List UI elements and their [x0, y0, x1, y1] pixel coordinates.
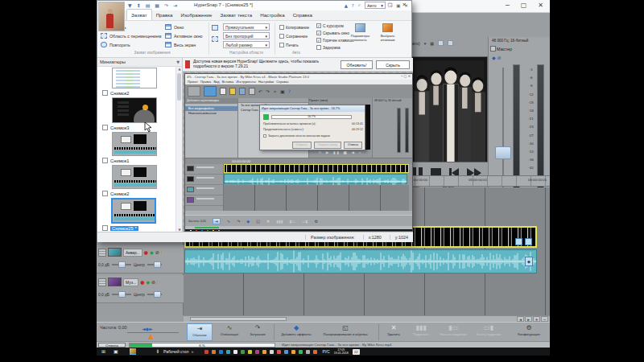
zoom-out-icon[interactable]: −	[541, 316, 548, 322]
ribbon-collapse-icon[interactable]: ▲	[345, 3, 348, 8]
track-list-icon[interactable]	[98, 278, 106, 286]
audio-event-fx-icon[interactable]: ◆	[525, 257, 533, 266]
tray-icon[interactable]	[291, 350, 295, 354]
tool-envelope-button[interactable]: ∿ Огибающая	[216, 323, 243, 341]
tool-normal-button[interactable]: ⇥ Обычное	[187, 323, 213, 341]
captured-screenshot[interactable]: 4% - Сектор Газа - За все время - By Mik…	[184, 73, 413, 232]
zoom-in-icon[interactable]: +	[533, 316, 540, 322]
tray-icon[interactable]	[270, 350, 274, 354]
tool-trim-start-button[interactable]: ▮▭ Начало подрезки	[436, 323, 470, 341]
record-arm-icon[interactable]: ●	[140, 278, 144, 286]
search-icon[interactable]: ⌕	[358, 2, 361, 8]
scroll-up-icon[interactable]: ▲	[176, 67, 183, 71]
track-fader-icon[interactable]: ◆	[146, 278, 150, 286]
save-icon[interactable]: ▼	[128, 2, 132, 9]
tool-delete-button[interactable]: ✕ Удалить	[382, 323, 406, 341]
size-select[interactable]: Любой размер▾	[223, 41, 270, 48]
tray-icon[interactable]	[233, 350, 237, 354]
check-cursor[interactable]: ✓С курсором	[316, 23, 344, 29]
tray-icon[interactable]	[284, 350, 288, 354]
doc-minimize-icon[interactable]: ─	[390, 3, 392, 8]
tab-edit[interactable]: Правка	[152, 10, 177, 20]
tray-icon[interactable]	[306, 350, 310, 354]
check-save[interactable]: Сохранение	[279, 33, 308, 39]
master-mute-icon[interactable]: ⊘	[497, 55, 502, 60]
rate-fader-icon[interactable]: ◄◆►	[142, 326, 153, 331]
tool-add-effects-button[interactable]: ◆ Добавить эффекты	[279, 323, 314, 341]
capture-fullscreen-button[interactable]: Весь экран	[174, 43, 196, 47]
send-icon[interactable]: ⇥	[173, 2, 177, 9]
copy-snapshot-icon[interactable]	[438, 40, 444, 46]
capture-active-window-button[interactable]: Активное окно	[174, 34, 203, 39]
pin-icon[interactable]: ▼	[176, 60, 180, 64]
tray-icon[interactable]	[262, 350, 266, 354]
thumb-checkbox[interactable]	[102, 125, 108, 130]
tool-trim-end-button[interactable]: ▭▮ Конец подрезки	[472, 323, 506, 341]
theme-select[interactable]: Aero▾	[365, 2, 386, 9]
capture-pan-region-button[interactable]: Область с перемещением	[109, 34, 161, 39]
thumbnail-label[interactable]: Снимок2	[102, 89, 130, 97]
thumb-checkbox[interactable]	[102, 225, 108, 231]
thumbnail-snapshot2[interactable]	[112, 68, 157, 88]
toolbar-expand-icon[interactable]: »	[191, 349, 193, 354]
scrollbar-thumb[interactable]	[190, 317, 287, 321]
tray-icon[interactable]	[204, 350, 208, 354]
tool-config-button[interactable]: ⚙ Конфигурация	[510, 323, 547, 341]
upload-icon[interactable]: ⬆	[137, 2, 141, 9]
vegas-close-button[interactable]: ✕	[538, 2, 543, 10]
event-fx-icon[interactable]	[525, 238, 532, 245]
event-pan-crop-icon[interactable]	[515, 238, 522, 245]
pan-slider[interactable]	[147, 294, 162, 295]
shape-select[interactable]: Прямоугольник▾	[223, 23, 270, 31]
capture-window-button[interactable]: Окно	[174, 25, 184, 30]
tab-capture[interactable]: Захват	[126, 9, 152, 20]
thumb-checkbox[interactable]	[102, 158, 108, 163]
mute-icon[interactable]: ⊘	[155, 249, 159, 257]
track-name[interactable]: Аквар...	[123, 249, 142, 257]
solo-icon[interactable]: !	[157, 278, 159, 286]
save-snapshot-icon[interactable]	[448, 40, 453, 46]
vegas-minimize-button[interactable]: ─	[506, 2, 510, 10]
scroll-left-icon[interactable]: ◂	[517, 316, 524, 322]
tray-icon[interactable]	[248, 350, 252, 354]
print-icon[interactable]: ▤	[146, 2, 151, 9]
toolbar-scroll-icons[interactable]: ▲▼	[157, 349, 159, 354]
notification-center-badge[interactable]: 22	[353, 349, 360, 355]
proportions-select[interactable]: Без пропорций▾	[223, 32, 270, 39]
tool-pan-crop-button[interactable]: ◱ Панорамирование и обрезка	[316, 323, 375, 341]
scroll-right-icon[interactable]: ▸	[525, 316, 532, 322]
tray-icon[interactable]	[255, 350, 259, 354]
thumbnail-snapshot1[interactable]	[112, 132, 157, 156]
taskbar-clock[interactable]: 17:05 19.01.2018	[334, 348, 349, 355]
thumb-checkbox[interactable]	[102, 191, 108, 196]
thumbnail-snapshot25-selected[interactable]	[111, 198, 156, 224]
tab-settings[interactable]: Настройка	[256, 10, 288, 20]
scrollbar-thumb[interactable]	[177, 73, 181, 101]
solo-icon[interactable]: !	[161, 249, 163, 257]
master-fader-icon[interactable]: ◆	[492, 55, 496, 60]
doc-restore-icon[interactable]: ▣	[396, 3, 400, 8]
freehand-capture-icon[interactable]	[212, 36, 218, 42]
thumbnail-label[interactable]: Снимок2	[102, 190, 130, 197]
rate-marker-icon[interactable]: ▲	[148, 331, 154, 341]
tool-trim-button[interactable]: ▮▮▮ Подрезать	[407, 323, 435, 341]
hide-button[interactable]: Скрыть	[376, 60, 410, 69]
audio-event-waveform[interactable]: ◆	[184, 249, 537, 274]
language-indicator[interactable]: РУС	[322, 350, 329, 354]
check-delay[interactable]: Задержка	[316, 44, 341, 51]
repeat-capture-button[interactable]: Повторить	[109, 43, 130, 47]
update-message[interactable]: Доступна новая версия HyperSnap! Щелкнит…	[193, 60, 330, 69]
thumbnail-snapshot3[interactable]	[112, 97, 157, 123]
check-hide-window[interactable]: ✓Скрывать окно	[316, 30, 349, 36]
thumbnails-scrollbar[interactable]: ▲ ▼	[175, 67, 182, 232]
pan-slider[interactable]	[147, 264, 162, 265]
help-icon[interactable]: ?	[352, 3, 354, 8]
thumb-checkbox[interactable]	[102, 90, 108, 96]
mute-icon[interactable]: ⊘	[151, 278, 155, 286]
track-name[interactable]: Муз...	[123, 278, 138, 286]
chevron-down-icon[interactable]: ▾	[424, 41, 427, 46]
record-arm-icon[interactable]: ●	[144, 249, 148, 257]
doc-close-icon[interactable]: ✕	[404, 3, 408, 8]
tray-icon[interactable]	[277, 350, 281, 354]
choose-keys-button[interactable]: Выбрать клавиши	[376, 23, 399, 55]
